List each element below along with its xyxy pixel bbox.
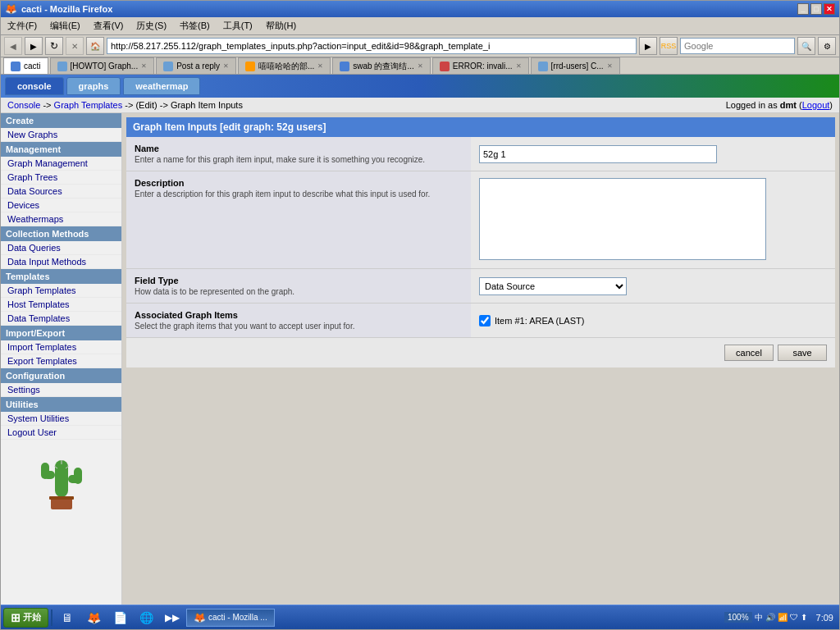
- home-button[interactable]: 🏠: [86, 37, 104, 55]
- taskbar-icon-vol: 📶: [778, 613, 788, 622]
- tab-console[interactable]: console: [5, 77, 64, 95]
- form-input-field-type: Data Source CDEF Color: [471, 269, 835, 304]
- restore-button[interactable]: □: [810, 3, 822, 15]
- search-input[interactable]: [680, 38, 795, 54]
- login-close: ): [829, 100, 833, 110]
- tab-icon-howto: [57, 62, 67, 71]
- field-associated-label: Associated Graph Items: [135, 310, 463, 320]
- save-button[interactable]: save: [778, 345, 827, 361]
- form-input-name: [471, 137, 835, 171]
- sidebar-item-import-templates[interactable]: Import Templates: [1, 340, 121, 354]
- settings-button[interactable]: ⚙: [818, 37, 836, 55]
- tab-icon-swab: [340, 62, 349, 71]
- taskbar-icon-arrow: ⬆: [801, 613, 807, 622]
- start-button[interactable]: ⊞ 开始: [3, 608, 48, 628]
- taskbar-firefox-item[interactable]: 🦊 cacti - Mozilla ...: [186, 609, 275, 627]
- sidebar-item-new-graphs[interactable]: New Graphs: [1, 128, 121, 142]
- menu-file[interactable]: 文件(F): [5, 19, 39, 33]
- svg-rect-4: [74, 468, 82, 484]
- menu-bar: 文件(F) 编辑(E) 查看(V) 历史(S) 书签(B) 工具(T) 帮助(H…: [1, 17, 839, 35]
- sidebar-item-graph-templates[interactable]: Graph Templates: [1, 284, 121, 298]
- tab-label-xixi: 嘻嘻哈哈的部...: [258, 61, 314, 72]
- sidebar-item-graph-trees[interactable]: Graph Trees: [1, 171, 121, 185]
- sidebar-item-logout-user[interactable]: Logout User: [1, 426, 121, 440]
- close-button[interactable]: ✕: [824, 3, 835, 15]
- menu-bookmarks[interactable]: 书签(B): [177, 19, 212, 33]
- cactus-icon: [33, 448, 90, 514]
- tab-close-howto[interactable]: ✕: [141, 62, 147, 70]
- breadcrumb-graph-templates[interactable]: Graph Templates: [54, 100, 123, 110]
- cancel-button[interactable]: cancel: [724, 345, 774, 361]
- taskbar-app-icon5: ▶▶: [160, 609, 185, 627]
- tab-icon-cacti: [11, 62, 21, 71]
- field-type-select[interactable]: Data Source CDEF Color: [479, 277, 627, 295]
- tab-close-swab[interactable]: ✕: [418, 62, 423, 70]
- field-type-label: Field Type: [135, 276, 463, 285]
- tab-close-xixi[interactable]: ✕: [317, 62, 323, 70]
- name-input[interactable]: [479, 145, 717, 163]
- menu-history[interactable]: 历史(S): [134, 19, 169, 33]
- tab-label-howto: [HOWTO] Graph...: [71, 62, 139, 71]
- tab-xixi[interactable]: 嘻嘻哈哈的部... ✕: [238, 57, 331, 74]
- tab-graphs[interactable]: graphs: [66, 77, 121, 95]
- tab-rrd[interactable]: [rrd-users] C... ✕: [531, 57, 620, 74]
- tab-close-error[interactable]: ✕: [516, 62, 522, 70]
- sidebar-item-system-utilities[interactable]: System Utilities: [1, 412, 121, 426]
- sidebar-item-graph-management[interactable]: Graph Management: [1, 157, 121, 171]
- sidebar-item-data-templates[interactable]: Data Templates: [1, 312, 121, 326]
- sidebar-item-host-templates[interactable]: Host Templates: [1, 298, 121, 312]
- tab-error[interactable]: ERROR: invali... ✕: [432, 57, 529, 74]
- breadcrumb-console[interactable]: Console: [7, 100, 40, 110]
- checkbox-item1[interactable]: [479, 315, 491, 326]
- tab-close-post[interactable]: ✕: [223, 62, 229, 70]
- sidebar-item-weathermaps[interactable]: Weathermaps: [1, 212, 121, 226]
- back-button[interactable]: ◀: [4, 37, 22, 55]
- app-content: console graphs weathermap Console -> Gra…: [1, 75, 839, 605]
- sidebar-item-settings[interactable]: Settings: [1, 383, 121, 397]
- tab-icon-xixi: [245, 62, 255, 71]
- minimize-button[interactable]: _: [797, 3, 809, 15]
- sidebar-item-devices[interactable]: Devices: [1, 199, 121, 212]
- tab-post[interactable]: Post a reply ✕: [156, 57, 236, 74]
- title-bar: 🦊 cacti - Mozilla Firefox _ □ ✕: [1, 1, 839, 17]
- form-input-description: [471, 171, 835, 269]
- logout-link[interactable]: Logout: [802, 100, 830, 110]
- taskbar-icon-shield: 🛡: [790, 613, 798, 622]
- address-input[interactable]: [107, 38, 637, 54]
- menu-help[interactable]: 帮助(H): [263, 19, 299, 33]
- form-title-text: Graph Item Inputs: [133, 121, 217, 133]
- login-info: Logged in as dmt (Logout): [726, 100, 833, 110]
- form-row-associated-items: Associated Graph Items Select the graph …: [126, 304, 835, 338]
- field-type-desc: How data is to be represented on the gra…: [135, 287, 463, 296]
- search-button[interactable]: 🔍: [797, 37, 815, 55]
- go-button[interactable]: ▶: [639, 37, 657, 55]
- sidebar-header-configuration: Configuration: [1, 368, 121, 383]
- sidebar-item-export-templates[interactable]: Export Templates: [1, 354, 121, 368]
- sidebar-item-data-input-methods[interactable]: Data Input Methods: [1, 255, 121, 269]
- taskbar-icon-net: 🔊: [765, 613, 775, 622]
- tab-howto[interactable]: [HOWTO] Graph... ✕: [50, 57, 155, 74]
- taskbar-time: 7:09: [813, 613, 837, 623]
- reload-button[interactable]: ↻: [45, 37, 63, 55]
- sidebar-item-data-queries[interactable]: Data Queries: [1, 241, 121, 255]
- tab-cacti[interactable]: cacti: [3, 57, 48, 74]
- rss-button[interactable]: RSS: [660, 37, 678, 55]
- tab-graphs-label: graphs: [79, 81, 109, 91]
- svg-rect-0: [55, 460, 68, 497]
- description-textarea[interactable]: [479, 178, 766, 260]
- taskbar-items: 🖥 🦊 📄 🌐 ▶▶ 🦊 cacti - Mozilla ...: [55, 609, 719, 627]
- tab-swab[interactable]: swab 的查询结... ✕: [332, 57, 430, 74]
- forward-button[interactable]: ▶: [25, 37, 43, 55]
- tab-close-rrd[interactable]: ✕: [607, 62, 613, 70]
- menu-tools[interactable]: 工具(T): [221, 19, 255, 33]
- sidebar-item-data-sources[interactable]: Data Sources: [1, 185, 121, 199]
- taskbar-app4: 🌐: [139, 611, 153, 624]
- menu-edit[interactable]: 编辑(E): [48, 19, 83, 33]
- tab-weathermap[interactable]: weathermap: [123, 77, 200, 95]
- browser-icon: 🦊: [5, 3, 17, 15]
- stop-button[interactable]: ✕: [66, 37, 84, 55]
- taskbar: ⊞ 开始 🖥 🦊 📄 🌐 ▶▶ 🦊 cacti - Mozilla ...: [1, 605, 839, 629]
- form-row-field-type: Field Type How data is to be represented…: [126, 269, 835, 304]
- tab-console-label: console: [17, 81, 52, 91]
- menu-view[interactable]: 查看(V): [91, 19, 126, 33]
